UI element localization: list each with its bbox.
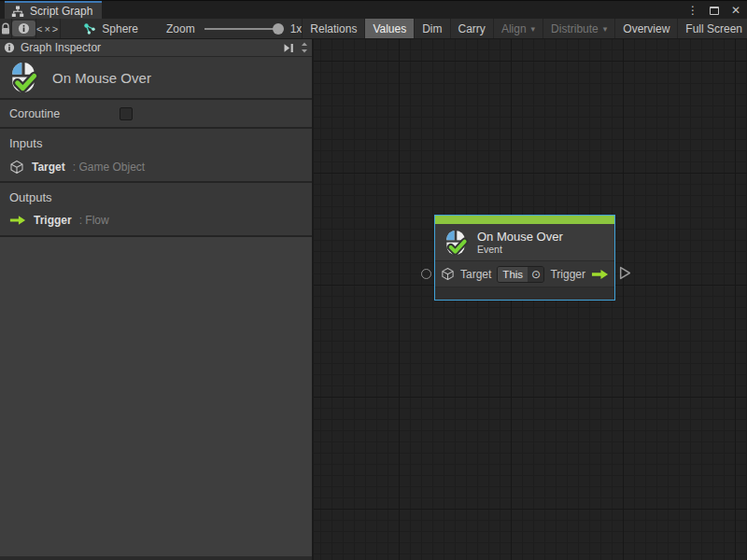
output-type: : Flow (79, 214, 109, 227)
chevron-down-icon: ▾ (603, 24, 608, 34)
graph-inspector-panel: Graph Inspector On Mouse Over Coroutine (0, 39, 314, 560)
zoom-value: 1x (290, 22, 303, 35)
code-view-button[interactable]: <×> (36, 19, 61, 38)
fullscreen-button[interactable]: Full Screen (677, 19, 747, 38)
graph-reference-label: Sphere (102, 22, 138, 35)
code-icon: <×> (36, 23, 60, 35)
coroutine-checkbox[interactable] (120, 107, 133, 120)
node-port-row: Target This ⊙ Trigger (435, 260, 614, 287)
node-header[interactable]: On Mouse Over Event (435, 224, 614, 260)
game-object-cube-icon (441, 267, 455, 281)
target-picker-icon[interactable]: ⊙ (528, 267, 544, 282)
flow-arrow-icon (9, 215, 26, 226)
relations-label: Relations (310, 22, 357, 35)
tab-bar: Script Graph ⋮ ✕ (0, 0, 747, 19)
info-icon (18, 22, 30, 35)
zoom-control: Zoom 1x (166, 22, 302, 35)
spinner-arrows-icon[interactable] (301, 41, 308, 54)
close-icon[interactable]: ✕ (728, 3, 743, 18)
output-name: Trigger (34, 214, 72, 227)
panel-header-icons (283, 41, 308, 54)
lock-icon (0, 22, 11, 35)
carry-button[interactable]: Carry (450, 19, 493, 38)
dim-button[interactable]: Dim (414, 19, 449, 38)
maximize-box (710, 7, 719, 15)
values-label: Values (373, 22, 406, 35)
overview-label: Overview (623, 22, 669, 35)
toolbar-button-group: Relations Values Dim Carry Align▾ Distri… (302, 19, 747, 38)
graph-canvas[interactable]: On Mouse Over Event Target This ⊙ Trigge… (314, 39, 747, 560)
zoom-slider-thumb[interactable] (273, 23, 284, 35)
on-mouse-over-icon (443, 230, 469, 256)
zoom-slider[interactable] (204, 22, 283, 35)
trigger-output-port[interactable] (619, 266, 631, 280)
tab-label: Script Graph (30, 5, 92, 18)
node-event-color-bar (435, 216, 614, 224)
node-titles: On Mouse Over Event (477, 230, 563, 255)
graph-inspector-title: Graph Inspector (21, 41, 277, 54)
target-value-chip[interactable]: This ⊙ (497, 266, 544, 283)
zoom-slider-track[interactable] (204, 28, 283, 30)
lock-button[interactable] (0, 19, 12, 38)
info-pill (12, 21, 35, 36)
align-label: Align (501, 22, 527, 35)
info-icon (4, 42, 15, 53)
inputs-header: Inputs (9, 136, 303, 150)
inputs-section: Inputs Target : Game Object (0, 129, 312, 183)
on-mouse-over-node[interactable]: On Mouse Over Event Target This ⊙ Trigge… (434, 215, 615, 301)
panel-bottom-edge (0, 556, 312, 560)
target-value: This (498, 267, 528, 282)
flow-arrow-icon (591, 269, 609, 280)
node-subtitle: Event (477, 244, 563, 255)
menu-kebab-icon[interactable]: ⋮ (685, 3, 700, 18)
panel-empty-area (0, 237, 312, 556)
distribute-label: Distribute (551, 22, 599, 35)
maximize-icon[interactable] (707, 3, 722, 18)
chevron-down-icon: ▾ (531, 24, 536, 34)
trigger-port-label: Trigger (550, 268, 585, 281)
window-controls: ⋮ ✕ (685, 1, 743, 20)
outputs-section: Outputs Trigger : Flow (0, 183, 312, 237)
distribute-dropdown-button[interactable]: Distribute▾ (543, 19, 614, 38)
carry-label: Carry (458, 22, 486, 35)
values-button[interactable]: Values (364, 19, 414, 38)
inspector-toggle-button[interactable] (12, 19, 36, 38)
graph-inspector-header: Graph Inspector (0, 39, 312, 57)
script-graph-asset-icon (83, 22, 96, 35)
fullscreen-label: Full Screen (685, 22, 742, 35)
input-target-row: Target : Game Object (9, 160, 303, 175)
coroutine-label: Coroutine (9, 107, 120, 120)
node-footer (435, 287, 614, 300)
tab-script-graph[interactable]: Script Graph (5, 1, 102, 20)
input-type: : Game Object (73, 161, 145, 174)
align-dropdown-button[interactable]: Align▾ (493, 19, 543, 38)
dock-panel-icon[interactable] (283, 43, 295, 53)
overview-button[interactable]: Overview (614, 19, 677, 38)
node-title: On Mouse Over (477, 230, 563, 244)
target-input-port[interactable] (421, 269, 431, 279)
outputs-header: Outputs (9, 190, 303, 204)
unit-title-section: On Mouse Over (0, 57, 312, 100)
zoom-label: Zoom (166, 22, 195, 35)
graph-hierarchy-icon (11, 6, 24, 18)
relations-button[interactable]: Relations (302, 19, 364, 38)
unit-title: On Mouse Over (52, 70, 151, 86)
coroutine-row: Coroutine (0, 100, 312, 129)
on-mouse-over-icon (7, 62, 39, 93)
graph-toolbar: <×> Sphere Zoom 1x Relations Values Dim … (0, 19, 747, 39)
graph-reference-breadcrumb[interactable]: Sphere (83, 22, 138, 35)
game-object-cube-icon (9, 160, 24, 175)
input-name: Target (32, 161, 65, 174)
target-port-label: Target (460, 268, 491, 281)
dim-label: Dim (422, 22, 442, 35)
output-trigger-row: Trigger : Flow (9, 214, 303, 227)
